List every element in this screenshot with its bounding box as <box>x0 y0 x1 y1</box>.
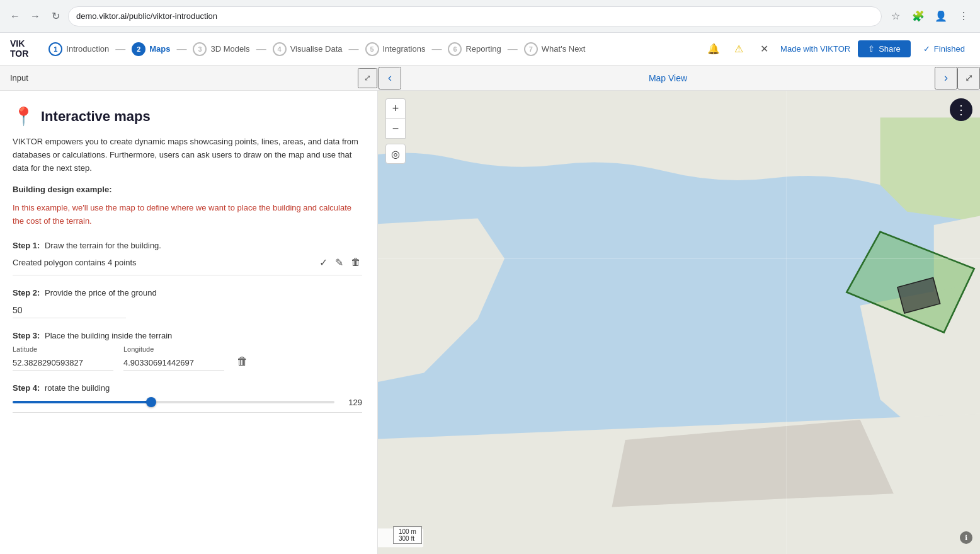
step-1-row: Step 1: Draw the terrain for the buildin… <box>13 241 362 250</box>
polygon-check-button[interactable]: ✓ <box>318 255 329 270</box>
map-svg <box>378 91 980 554</box>
panel-title: Map View <box>401 73 935 83</box>
step-num-1: 1 <box>48 42 62 56</box>
map-panel-header: ‹ Map View › ⤢ <box>378 67 980 89</box>
nav-step-7[interactable]: 7 What's Next <box>519 40 591 59</box>
longitude-input[interactable] <box>123 355 224 371</box>
step-label-6: Reporting <box>465 44 501 54</box>
close-button[interactable]: ✕ <box>755 40 773 58</box>
latlong-row: Latitude Longitude 🗑 <box>13 345 362 371</box>
polygon-delete-button[interactable]: 🗑 <box>350 255 362 269</box>
example-text: In this example, we'll use the map to de… <box>13 202 362 228</box>
step-1-key: Step 1: <box>13 241 40 250</box>
check-icon: ✓ <box>923 44 930 54</box>
nav-steps: 1 Introduction — 2 Maps — 3 3D Models — … <box>43 40 695 59</box>
scale-label-ft: 300 ft <box>399 535 416 542</box>
interactive-maps-title: Interactive maps <box>41 108 151 125</box>
step-num-5: 5 <box>365 42 379 56</box>
slider-thumb[interactable] <box>146 397 156 407</box>
latitude-input[interactable] <box>13 355 113 371</box>
latlong-delete-button[interactable]: 🗑 <box>234 352 251 371</box>
polygon-label: Created polygon contains 4 points <box>13 258 137 267</box>
made-with-label: Made with VIKTOR <box>780 44 850 54</box>
step-4-section: Step 4: rotate the building 129 <box>13 383 362 413</box>
locate-button[interactable]: ◎ <box>385 144 406 164</box>
main-content: Input ⤢ ‹ Map View › ⤢ 📍 Interactive map… <box>0 66 980 554</box>
panel-expand-button[interactable]: ⤢ <box>957 67 980 89</box>
warning-button[interactable]: ⚠ <box>730 40 748 58</box>
nav-step-6[interactable]: 6 Reporting <box>443 40 506 59</box>
zoom-out-button[interactable]: − <box>385 118 406 139</box>
nav-step-4[interactable]: 4 Visualise Data <box>268 40 348 59</box>
step-label-4: Visualise Data <box>290 44 343 54</box>
building-design-label: Building design example: <box>13 185 362 194</box>
address-bar[interactable]: demo.viktor.ai/public/viktor-introductio… <box>68 6 882 26</box>
browser-forward-button[interactable]: → <box>28 9 43 24</box>
step-label-2: Maps <box>149 44 170 54</box>
browser-back-button[interactable]: ← <box>8 9 23 24</box>
panel-prev-button[interactable]: ‹ <box>379 67 401 89</box>
browser-refresh-button[interactable]: ↻ <box>48 9 63 24</box>
latlong-cols: Latitude Longitude <box>13 345 224 371</box>
step-num-3: 3 <box>193 42 207 56</box>
step-3-text: Place the building inside the terrain <box>42 331 172 340</box>
extension-button[interactable]: 🧩 <box>909 8 927 25</box>
url-text: demo.viktor.ai/public/viktor-introductio… <box>76 11 217 21</box>
browser-bar: ← → ↻ demo.viktor.ai/public/viktor-intro… <box>0 0 980 33</box>
zoom-in-button[interactable]: + <box>385 98 406 118</box>
share-button[interactable]: ⇧ Share <box>858 40 911 57</box>
panel-next-button[interactable]: › <box>935 67 957 89</box>
slider-line <box>13 412 362 413</box>
map-area[interactable]: + − ◎ ⋮ 100 m 300 ft ℹ <box>378 91 980 554</box>
price-input[interactable] <box>13 303 126 318</box>
nav-step-5[interactable]: 5 Integrations <box>360 40 431 59</box>
finished-button[interactable]: ✓ Finished <box>918 42 970 56</box>
map-controls: + − ◎ <box>385 98 406 164</box>
step-num-7: 7 <box>524 42 538 56</box>
slider-row: 129 <box>13 398 362 407</box>
share-icon: ⇧ <box>868 44 875 54</box>
longitude-col: Longitude <box>123 345 224 371</box>
step-3-label-row: Step 3: Place the building inside the te… <box>13 331 172 340</box>
step-sep-1: — <box>115 43 125 55</box>
nav-step-2[interactable]: 2 Maps <box>127 40 175 59</box>
step-sep-2: — <box>176 43 186 55</box>
slider-fill <box>13 401 151 403</box>
polygon-row: Created polygon contains 4 points ✓ ✎ 🗑 <box>13 255 362 275</box>
expand-input-button[interactable]: ⤢ <box>358 68 377 88</box>
map-scale: 100 m 300 ft <box>393 526 422 544</box>
profile-button[interactable]: 👤 <box>932 8 950 25</box>
step-3-key: Step 3: <box>13 331 40 340</box>
bookmark-button[interactable]: ☆ <box>887 8 904 25</box>
sub-header: Input ⤢ ‹ Map View › ⤢ <box>0 66 980 91</box>
latitude-label: Latitude <box>13 345 113 353</box>
step-num-2: 2 <box>132 42 145 56</box>
slider-value: 129 <box>342 398 362 407</box>
map-menu-button[interactable]: ⋮ <box>950 98 972 121</box>
map-info-button[interactable]: ℹ <box>960 531 972 544</box>
step-2-key: Step 2: <box>13 288 40 297</box>
header-right: 🔔 ⚠ ✕ Made with VIKTOR ⇧ Share ✓ Finishe… <box>705 40 970 58</box>
content-area: 📍 Interactive maps VIKTOR empowers you t… <box>0 91 980 554</box>
input-label: Input <box>0 73 358 83</box>
step-4-text: rotate the building <box>42 383 110 393</box>
step-4-row: Step 4: rotate the building <box>13 383 362 393</box>
interactive-maps-header: 📍 Interactive maps <box>13 106 362 127</box>
step-3-section: Step 3: Place the building inside the te… <box>13 331 362 371</box>
description-text: VIKTOR empowers you to create dynamic ma… <box>13 136 362 175</box>
polygon-edit-button[interactable]: ✎ <box>334 255 345 270</box>
step-sep-3: — <box>256 43 266 55</box>
nav-step-3[interactable]: 3 3D Models <box>188 40 254 59</box>
latitude-col: Latitude <box>13 345 113 371</box>
notification-button[interactable]: 🔔 <box>705 40 722 58</box>
step-4-key: Step 4: <box>13 383 40 393</box>
nav-step-1[interactable]: 1 Introduction <box>43 40 114 59</box>
slider-track[interactable] <box>13 401 334 403</box>
step-1-section: Step 1: Draw the terrain for the buildin… <box>13 241 362 275</box>
step-label-7: What's Next <box>542 44 586 54</box>
pin-icon: 📍 <box>13 106 35 127</box>
step-sep-4: — <box>349 43 359 55</box>
step-3-row: Step 3: Place the building inside the te… <box>13 331 362 340</box>
menu-button[interactable]: ⋮ <box>955 8 972 25</box>
step-label-5: Integrations <box>383 44 426 54</box>
